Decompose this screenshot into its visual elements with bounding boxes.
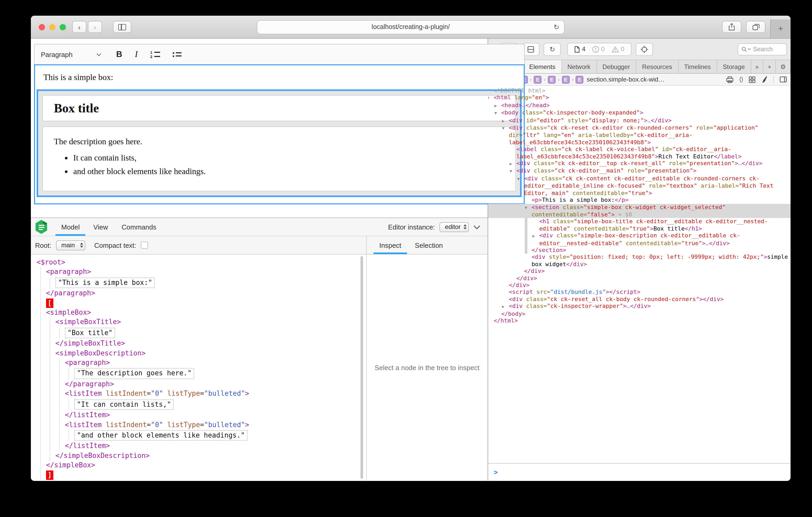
- description-paragraph[interactable]: The description goes here.: [54, 137, 515, 146]
- dom-line[interactable]: </body>: [488, 310, 790, 317]
- selected-element-label[interactable]: section.simple-box.ck-wid…: [587, 76, 664, 83]
- box-title[interactable]: Box title: [42, 95, 516, 121]
- dom-line[interactable]: ▼<div class="ck ck-content ck-editor__ed…: [488, 175, 790, 196]
- model-text-node[interactable]: "and other block elements like headings.…: [74, 430, 366, 442]
- model-tag-close[interactable]: </listItem>: [65, 410, 366, 420]
- disclosure-closed-icon[interactable]: ▶: [502, 303, 509, 310]
- disclosure-closed-icon[interactable]: ▶: [494, 102, 501, 110]
- add-tab-button[interactable]: +: [763, 60, 776, 73]
- devtools-tab-debugger[interactable]: Debugger: [597, 60, 636, 73]
- dom-line[interactable]: <p>This is a simple box:</p>: [488, 196, 790, 204]
- model-text-node[interactable]: "The description goes here.": [74, 368, 366, 379]
- warning-count-badge[interactable]: 0: [611, 45, 624, 53]
- dom-line[interactable]: ▼<div class="ck ck-editor__main" role="p…: [488, 168, 790, 175]
- tab-commands[interactable]: Commands: [115, 218, 163, 236]
- model-tag-open[interactable]: <paragraph>: [46, 267, 366, 277]
- devtools-reload-button[interactable]: ↻: [544, 42, 561, 56]
- model-text-value[interactable]: "It can contain lists,": [74, 399, 174, 410]
- model-tag-close[interactable]: </simpleBoxTitle>: [55, 339, 366, 349]
- console-prompt-row[interactable]: >: [488, 463, 790, 480]
- model-tag-close[interactable]: </paragraph>: [65, 379, 366, 389]
- dom-line[interactable]: ▼<html lang="en">: [488, 94, 790, 102]
- dom-line[interactable]: <h1 class="simple-box-title ck-editor__e…: [488, 218, 790, 232]
- model-tag-close[interactable]: </simpleBoxDescription>: [55, 451, 366, 460]
- disclosure-open-icon[interactable]: ▼: [488, 95, 494, 102]
- compact-text-checkbox[interactable]: [141, 242, 148, 249]
- box-description[interactable]: The description goes here. It can contai…: [42, 126, 516, 191]
- model-text-value[interactable]: "and other block elements like headings.…: [74, 430, 248, 441]
- element-badge-icon[interactable]: E: [534, 75, 542, 83]
- dom-line[interactable]: <div class="ck ck-reset_all ck-body ck-r…: [488, 296, 790, 303]
- address-bar[interactable]: localhost/creating-a-plugin/ ↻: [257, 20, 564, 34]
- dom-line[interactable]: </html>: [488, 317, 790, 324]
- model-tag-open[interactable]: <simpleBoxDescription>: [55, 348, 366, 358]
- italic-button[interactable]: I: [135, 49, 138, 60]
- model-text-node[interactable]: "It can contain lists,": [74, 399, 366, 410]
- tree-scrollbar[interactable]: [360, 256, 363, 479]
- dom-line[interactable]: ▼<body class="ck-inspector-body-expanded…: [488, 109, 790, 117]
- tab-overview-button[interactable]: [746, 21, 765, 33]
- disclosure-closed-icon[interactable]: ▶: [502, 117, 509, 124]
- model-tag-open[interactable]: <$root>: [37, 258, 366, 267]
- styles-brush-icon[interactable]: [761, 76, 767, 83]
- model-text-value[interactable]: "The description goes here.": [74, 368, 194, 379]
- dom-line[interactable]: ▶<div class="ck-inspector-wrapper">…</di…: [488, 303, 790, 310]
- devtools-settings-button[interactable]: ⚙: [776, 60, 790, 73]
- dom-line[interactable]: </section>: [488, 247, 790, 254]
- bulleted-list-button[interactable]: [173, 52, 181, 57]
- share-button[interactable]: [722, 21, 742, 33]
- disclosure-closed-icon[interactable]: ▶: [510, 160, 516, 168]
- model-tag-open[interactable]: <simpleBoxTitle>: [55, 317, 366, 327]
- devtools-search-field[interactable]: Search: [738, 43, 787, 55]
- disclosure-closed-icon[interactable]: ▶: [532, 233, 539, 240]
- inspector-pane-divider[interactable]: [366, 236, 367, 480]
- dom-line[interactable]: ▶<head>…</head>: [488, 102, 790, 110]
- element-picker-button[interactable]: [636, 42, 653, 56]
- simple-box-widget[interactable]: Box title The description goes here. It …: [37, 89, 522, 197]
- dom-line[interactable]: <!DOCTYPE html>: [488, 87, 790, 94]
- intro-paragraph[interactable]: This is a simple box:: [44, 73, 515, 82]
- error-count-badge[interactable]: 0: [592, 45, 605, 53]
- tab-inspect[interactable]: Inspect: [373, 236, 408, 254]
- dom-line[interactable]: ▼<section class="simple-box ck-widget ck…: [488, 204, 790, 218]
- list-item[interactable]: It can contain lists,: [73, 153, 515, 162]
- model-tag-open[interactable]: <listItem listIndent="0" listType="bulle…: [65, 420, 366, 430]
- reload-icon[interactable]: ↻: [554, 23, 559, 31]
- model-tag-open[interactable]: <listItem listIndent="0" listType="bulle…: [65, 389, 366, 399]
- model-text-value[interactable]: "This is a simple box:": [55, 278, 155, 288]
- devtools-tab-elements[interactable]: Elements: [523, 60, 562, 73]
- dom-line[interactable]: ▼<div class="ck ck-reset ck-editor ck-ro…: [488, 124, 790, 146]
- devtools-tab-timelines[interactable]: Timelines: [678, 60, 717, 73]
- model-tag-close[interactable]: </paragraph>: [46, 288, 366, 298]
- collapse-inspector-icon[interactable]: [474, 222, 480, 229]
- zoom-window-button[interactable]: [60, 24, 66, 30]
- disclosure-open-icon[interactable]: ▼: [510, 168, 516, 175]
- tab-model[interactable]: Model: [54, 218, 87, 236]
- code-brackets-icon[interactable]: ⟨⟩: [739, 76, 743, 83]
- details-sidebar-icon[interactable]: [780, 76, 787, 83]
- model-tag-close[interactable]: </$root>: [37, 480, 366, 480]
- new-tab-button[interactable]: +: [770, 19, 790, 38]
- print-icon[interactable]: [726, 76, 733, 83]
- list-item[interactable]: and other block elements like headings.: [73, 167, 515, 176]
- model-tag-close[interactable]: </listItem>: [65, 442, 366, 451]
- minimize-window-button[interactable]: [49, 24, 55, 30]
- dom-line[interactable]: <div style="position: fixed; top: 0px; l…: [488, 254, 790, 268]
- element-badge-icon[interactable]: E: [576, 75, 584, 83]
- disclosure-open-icon[interactable]: ▼: [502, 125, 509, 132]
- model-text-node[interactable]: "This is a simple box:": [55, 277, 366, 289]
- close-window-button[interactable]: [39, 24, 45, 30]
- tab-selection[interactable]: Selection: [408, 236, 450, 254]
- editor-instance-select[interactable]: editor: [440, 222, 469, 232]
- dom-line[interactable]: <label class="ck ck-label ck-voice-label…: [488, 146, 790, 160]
- disclosure-open-icon[interactable]: ▼: [517, 176, 524, 183]
- dom-line[interactable]: ▶<div class="simple-box-description ck-e…: [488, 232, 790, 247]
- back-button[interactable]: ‹: [72, 21, 86, 33]
- root-select[interactable]: main: [56, 240, 85, 250]
- disclosure-open-icon[interactable]: ▼: [494, 110, 501, 117]
- sidebar-button[interactable]: [113, 21, 131, 33]
- dom-line[interactable]: </div>: [488, 268, 790, 275]
- model-tag-open[interactable]: <simpleBox>: [46, 308, 366, 317]
- devtools-tab-network[interactable]: Network: [562, 60, 597, 73]
- editor-editable-area[interactable]: This is a simple box: Box title The desc…: [34, 64, 525, 204]
